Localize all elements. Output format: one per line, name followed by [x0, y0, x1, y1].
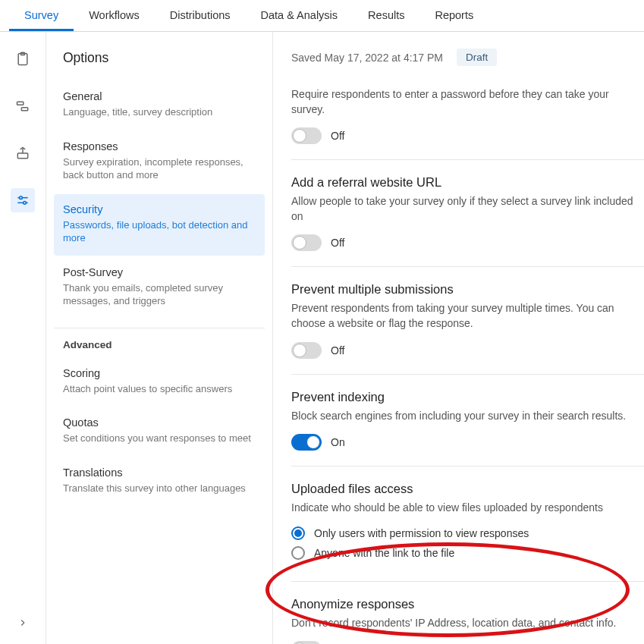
- sidebar-item-desc: Language, title, survey description: [63, 105, 256, 119]
- sidebar-item-responses[interactable]: Responses Survey expiration, incomplete …: [54, 131, 265, 193]
- sidebar-item-title: Quotas: [63, 416, 256, 429]
- sidebar-item-post-survey[interactable]: Post-Survey Thank you emails, completed …: [54, 257, 265, 319]
- sidebar-item-security[interactable]: Security Passwords, file uploads, bot de…: [54, 194, 265, 256]
- sidebar-item-desc: Passwords, file uploads, bot detection a…: [63, 218, 256, 245]
- svg-rect-3: [21, 108, 27, 111]
- toggle-anonymize[interactable]: [291, 641, 322, 644]
- setting-title: Uploaded files access: [291, 482, 644, 496]
- toggle-label: Off: [331, 237, 344, 249]
- radio-upload-permission[interactable]: [291, 526, 305, 540]
- radio-label: Anyone with the link to the file: [314, 547, 454, 559]
- rail-look-feel-icon[interactable]: [11, 141, 35, 165]
- status-badge: Draft: [457, 49, 497, 66]
- tab-workflows[interactable]: Workflows: [74, 0, 155, 31]
- sidebar-item-desc: Translate this survey into other languag…: [63, 482, 256, 495]
- rail-builder-icon[interactable]: [11, 47, 35, 71]
- tab-survey[interactable]: Survey: [9, 0, 74, 31]
- setting-title: Prevent multiple submissions: [291, 282, 644, 297]
- top-tabs: Survey Workflows Distributions Data & An…: [0, 0, 644, 32]
- toggle-label: Off: [331, 130, 344, 142]
- sidebar-title: Options: [46, 50, 272, 81]
- radio-label: Only users with permission to view respo…: [314, 527, 529, 539]
- setting-desc: Prevent respondents from taking your sur…: [291, 301, 644, 331]
- sidebar-item-scoring[interactable]: Scoring Attach point values to specific …: [54, 358, 265, 407]
- toggle-prevent-multiple[interactable]: [291, 342, 322, 359]
- sidebar-item-desc: Thank you emails, completed survey messa…: [63, 281, 256, 308]
- tab-results[interactable]: Results: [353, 0, 419, 31]
- sidebar-item-desc: Survey expiration, incomplete responses,…: [63, 156, 256, 182]
- sidebar-item-translations[interactable]: Translations Translate this survey into …: [54, 457, 265, 506]
- saved-timestamp: Saved May 17, 2022 at 4:17 PM: [291, 52, 443, 64]
- sidebar-item-title: Translations: [63, 467, 256, 479]
- sidebar-item-title: Scoring: [63, 367, 256, 379]
- tab-reports[interactable]: Reports: [419, 0, 488, 31]
- tab-distributions[interactable]: Distributions: [155, 0, 246, 31]
- svg-point-6: [20, 196, 23, 199]
- rail-expand-icon[interactable]: [11, 611, 35, 635]
- content-panel: Saved May 17, 2022 at 4:17 PM Draft Requ…: [273, 32, 644, 644]
- svg-rect-4: [17, 153, 27, 159]
- sidebar-item-title: Security: [63, 203, 256, 215]
- sidebar-item-title: Responses: [63, 140, 256, 152]
- toggle-referral[interactable]: [291, 234, 322, 251]
- setting-desc: Block search engines from including your…: [291, 409, 644, 424]
- setting-anonymize: Anonymize responses Don't record respond…: [291, 597, 644, 644]
- setting-title: Add a referral website URL: [291, 175, 644, 190]
- options-sidebar: Options General Language, title, survey …: [46, 32, 273, 644]
- sidebar-item-desc: Attach point values to specific answers: [63, 382, 256, 396]
- setting-title: Prevent indexing: [291, 390, 644, 404]
- toggle-label: Off: [331, 344, 344, 357]
- sidebar-item-quotas[interactable]: Quotas Set conditions you want responses…: [54, 407, 265, 456]
- tab-data-analysis[interactable]: Data & Analysis: [246, 0, 353, 31]
- sidebar-advanced-label: Advanced: [54, 339, 265, 358]
- toggle-password[interactable]: [291, 127, 322, 144]
- setting-desc: Indicate who should be able to view file…: [291, 501, 644, 516]
- svg-rect-2: [17, 102, 24, 105]
- setting-desc: Allow people to take your survey only if…: [291, 194, 644, 224]
- setting-uploaded-files: Uploaded files access Indicate who shoul…: [291, 482, 644, 582]
- status-row: Saved May 17, 2022 at 4:17 PM Draft: [291, 49, 644, 66]
- sidebar-divider: [54, 328, 265, 328]
- rail-options-icon[interactable]: [11, 188, 35, 212]
- setting-desc: Require respondents to enter a password …: [291, 87, 644, 117]
- setting-title: Anonymize responses: [291, 597, 644, 611]
- toggle-prevent-indexing[interactable]: [291, 434, 322, 451]
- toggle-label: On: [331, 436, 345, 448]
- setting-referral: Add a referral website URL Allow people …: [291, 175, 644, 267]
- icon-rail: [0, 32, 46, 644]
- sidebar-item-title: General: [63, 90, 256, 102]
- rail-flow-icon[interactable]: [11, 94, 35, 118]
- sidebar-item-desc: Set conditions you want responses to mee…: [63, 432, 256, 445]
- sidebar-item-title: Post-Survey: [63, 266, 256, 278]
- radio-upload-anyone[interactable]: [291, 546, 305, 560]
- setting-prevent-indexing: Prevent indexing Block search engines fr…: [291, 390, 644, 467]
- setting-desc: Don't record respondents' IP Address, lo…: [291, 616, 644, 631]
- sidebar-item-general[interactable]: General Language, title, survey descript…: [54, 81, 265, 130]
- setting-prevent-multiple: Prevent multiple submissions Prevent res…: [291, 282, 644, 374]
- svg-point-8: [24, 202, 27, 205]
- setting-password: Require respondents to enter a password …: [291, 87, 644, 160]
